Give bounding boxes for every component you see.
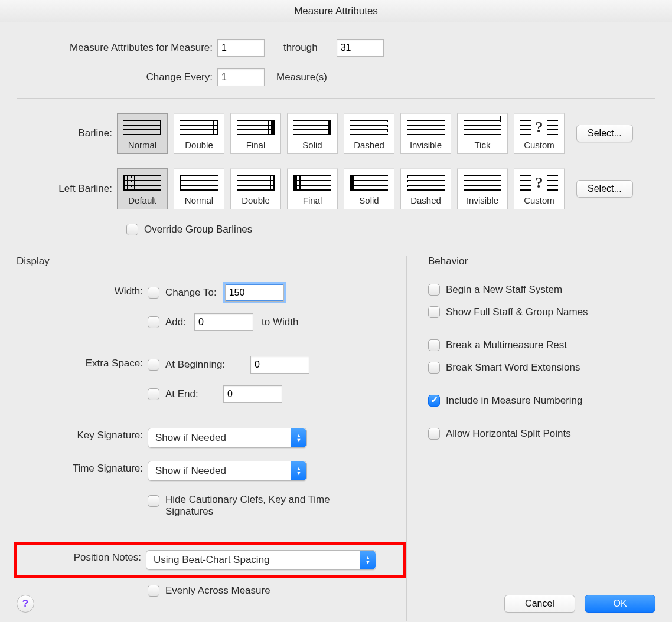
left-barline-option-double[interactable]: Double: [230, 168, 281, 209]
display-section-title: Display: [17, 256, 406, 267]
at-end-input[interactable]: [223, 385, 282, 403]
behavior-label-4: Include in Measure Numbering: [446, 395, 583, 407]
divider: [17, 98, 655, 99]
left-barline-option-solid[interactable]: Solid: [344, 168, 394, 209]
time-signature-label: Time Signature:: [17, 461, 148, 474]
barline-select-button[interactable]: Select...: [576, 125, 633, 142]
extra-space-label: Extra Space:: [17, 356, 148, 369]
at-beginning-label: At Beginning:: [165, 359, 242, 371]
barline-option-label: Double: [185, 140, 213, 150]
barline-option-label: Normal: [128, 140, 156, 150]
barline-option-custom[interactable]: ?Custom: [514, 113, 565, 154]
behavior-checkbox-3[interactable]: [428, 362, 440, 374]
add-input[interactable]: [194, 313, 253, 331]
barline-option-label: Custom: [524, 140, 554, 150]
measures-suffix: Measure(s): [276, 71, 327, 83]
barline-option-invisible[interactable]: Invisible: [400, 113, 451, 154]
measure-from-input[interactable]: [217, 39, 265, 57]
barline-option-label: Dashed: [410, 195, 441, 205]
change-to-input[interactable]: [225, 284, 284, 302]
position-notes-highlight: Position Notes: Using Beat-Chart Spacing…: [14, 542, 406, 578]
behavior-section-title: Behavior: [428, 256, 655, 267]
chevron-updown-icon: ▲▼: [291, 428, 306, 447]
add-label: Add:: [165, 316, 186, 328]
behavior-label-1: Show Full Staff & Group Names: [446, 306, 588, 318]
at-beginning-checkbox[interactable]: [148, 359, 159, 371]
add-checkbox[interactable]: [148, 316, 159, 328]
chevron-updown-icon: ▲▼: [360, 551, 376, 569]
barline-option-normal[interactable]: Normal: [117, 113, 168, 154]
barline-option-label: Normal: [185, 195, 213, 205]
barline-option-label: Double: [242, 195, 270, 205]
barline-option-solid[interactable]: Solid: [287, 113, 338, 154]
position-notes-select[interactable]: Using Beat-Chart Spacing ▲▼: [146, 550, 376, 570]
barline-option-label: Solid: [302, 140, 322, 150]
add-suffix: to Width: [262, 316, 298, 328]
override-group-barlines-checkbox[interactable]: [126, 224, 138, 235]
window-title: Measure Attributes: [0, 0, 672, 22]
at-end-checkbox[interactable]: [148, 388, 159, 400]
behavior-checkbox-4[interactable]: [428, 395, 440, 407]
barline-option-label: Invisible: [410, 140, 442, 150]
left-barline-option-normal[interactable]: Normal: [174, 168, 224, 209]
key-signature-label: Key Signature:: [17, 428, 148, 441]
change-to-label: Change To:: [165, 287, 217, 299]
left-barline-option-custom[interactable]: ?Custom: [514, 168, 565, 209]
behavior-label-3: Break Smart Word Extensions: [446, 362, 580, 374]
behavior-checkbox-0[interactable]: [428, 284, 440, 296]
position-notes-label: Position Notes:: [17, 550, 146, 564]
barline-option-tick[interactable]: Tick: [457, 113, 508, 154]
chevron-updown-icon: ▲▼: [291, 461, 306, 480]
help-button[interactable]: ?: [17, 595, 34, 613]
hide-cautionary-label: Hide Cautionary Clefs, Key and Time Sign…: [165, 494, 360, 518]
barline-option-label: Custom: [524, 195, 554, 205]
measure-to-input[interactable]: [337, 39, 384, 57]
time-signature-select[interactable]: Show if Needed ▲▼: [148, 461, 307, 481]
width-label: Width:: [17, 284, 148, 297]
measure-range-label: Measure Attributes for Measure:: [17, 42, 217, 54]
left-barline-select-button[interactable]: Select...: [576, 180, 633, 198]
barline-option-label: Solid: [359, 195, 379, 205]
barline-option-double[interactable]: Double: [174, 113, 224, 154]
barline-option-final[interactable]: Final: [230, 113, 281, 154]
behavior-label-5: Allow Horizontal Split Points: [446, 428, 571, 440]
key-signature-select[interactable]: Show if Needed ▲▼: [148, 428, 307, 448]
ok-button[interactable]: OK: [585, 595, 655, 613]
through-label: through: [283, 42, 318, 54]
barline-option-label: Tick: [475, 140, 491, 150]
left-barline-option-final[interactable]: Final: [287, 168, 338, 209]
change-every-label: Change Every:: [17, 71, 217, 83]
left-barline-option-dashed[interactable]: Dashed: [400, 168, 451, 209]
override-group-barlines-label: Override Group Barlines: [144, 224, 252, 235]
at-beginning-input[interactable]: [250, 356, 309, 374]
behavior-checkbox-1[interactable]: [428, 306, 440, 318]
hide-cautionary-checkbox[interactable]: [148, 495, 159, 507]
change-every-input[interactable]: [217, 68, 265, 86]
key-signature-value: Show if Needed: [155, 432, 226, 444]
time-signature-value: Show if Needed: [155, 465, 226, 477]
barline-option-label: Invisible: [467, 195, 498, 205]
behavior-checkbox-5[interactable]: [428, 428, 440, 440]
change-to-checkbox[interactable]: [148, 287, 159, 299]
left-barline-option-default[interactable]: Default: [117, 168, 168, 209]
barline-option-dashed[interactable]: Dashed: [344, 113, 394, 154]
position-notes-value: Using Beat-Chart Spacing: [154, 554, 270, 566]
behavior-checkbox-2[interactable]: [428, 339, 440, 351]
left-barline-option-invisible[interactable]: Invisible: [457, 168, 508, 209]
at-end-label: At End:: [165, 388, 215, 400]
barline-option-label: Final: [303, 195, 322, 205]
barline-option-label: Final: [246, 140, 266, 150]
behavior-label-2: Break a Multimeasure Rest: [446, 339, 567, 351]
cancel-button[interactable]: Cancel: [504, 595, 575, 613]
barline-option-label: Dashed: [354, 140, 384, 150]
left-barline-label: Left Barline:: [17, 183, 117, 195]
behavior-label-0: Begin a New Staff System: [446, 284, 562, 296]
barline-option-label: Default: [128, 195, 156, 205]
barline-label: Barline:: [17, 127, 117, 139]
